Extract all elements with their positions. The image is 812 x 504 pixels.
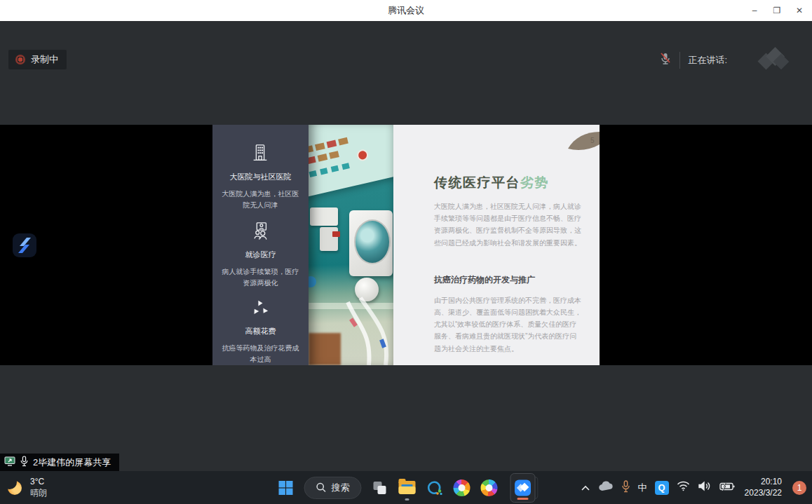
weather-widget[interactable]: 3°C 晴朗 <box>7 471 47 504</box>
slide-heading-accent: 劣势 <box>520 175 549 190</box>
tray-chevron-up-icon[interactable] <box>581 482 590 494</box>
app-window: 腾讯会议 – ❐ ✕ 录制中 正在讲话: <box>0 0 812 504</box>
speaking-area: 正在讲话: <box>659 43 794 77</box>
photo-detail <box>309 276 316 287</box>
windows-logo-icon <box>278 480 294 496</box>
slide-sidebar: 大医院与社区医院 大医院人满为患，社区医院无人问津 <box>212 125 309 365</box>
qq-button[interactable] <box>426 477 444 498</box>
window-title: 腾讯会议 <box>388 4 424 17</box>
screen-share-banner[interactable]: 2毕建伟的屏幕共享 <box>0 454 119 471</box>
recycle-icon <box>250 299 270 326</box>
clock-time: 20:10 <box>761 477 782 488</box>
crescent-moon-icon <box>7 479 24 496</box>
browser-pinwheel-icon <box>454 479 471 496</box>
system-tray: 中 Q <box>581 471 806 504</box>
slide-paragraph-2: 由于国内公共医疗管理系统的不完善，医疗成本高、渠道少、覆盖面低等问题困扰着大众民… <box>434 294 581 355</box>
speaker-avatar <box>752 44 794 76</box>
minimize-button[interactable]: – <box>743 0 766 21</box>
search-label: 搜索 <box>332 482 350 494</box>
speaking-label: 正在讲话: <box>688 54 727 67</box>
photo-detail <box>320 227 338 251</box>
photo-detail <box>332 231 340 237</box>
running-indicator <box>405 498 410 500</box>
title-bar: 腾讯会议 – ❐ ✕ <box>0 0 812 22</box>
tray-microphone-icon[interactable] <box>621 480 630 496</box>
muted-mic-icon <box>659 52 672 69</box>
slide-subheading: 抗癌治疗药物的开发与推广 <box>434 274 581 286</box>
divider <box>679 52 680 69</box>
clock-date: 2023/3/22 <box>745 488 782 499</box>
window-controls: – ❐ ✕ <box>743 0 811 21</box>
photo-tubes <box>309 281 393 365</box>
telehealth-icon <box>250 221 271 250</box>
weather-temperature: 3°C <box>30 477 47 488</box>
slide-heading: 传统医疗平台劣势 <box>434 174 581 192</box>
slide-content-panel: 5 传统医疗平台劣势 大医院人满为患，社区医院无人问津，病人就诊手续繁琐等等问题… <box>393 125 600 365</box>
sidebar-item-treatment: 就诊医疗 病人就诊手续繁琐，医疗资源两极化 <box>212 221 309 288</box>
photo-detail <box>355 278 379 301</box>
page-number-leaf: 5 <box>567 131 600 151</box>
notification-badge[interactable]: 1 <box>792 481 806 495</box>
sidebar-item-title: 大医院与社区医院 <box>229 172 291 182</box>
photo-detail <box>310 207 338 226</box>
sidebar-item-title: 就诊医疗 <box>245 250 276 260</box>
taskbar-center: 搜索 <box>277 471 536 504</box>
meeting-top-bar: 录制中 正在讲话: <box>0 21 812 125</box>
task-view-button[interactable] <box>371 477 389 498</box>
hospital-building-icon <box>250 143 271 172</box>
battery-charging-icon[interactable] <box>718 482 735 494</box>
wifi-icon[interactable] <box>677 481 690 494</box>
sidebar-item-hospitals: 大医院与社区医院 大医院人满为患，社区医院无人问津 <box>212 143 309 210</box>
recording-indicator[interactable]: 录制中 <box>8 50 67 69</box>
close-button[interactable]: ✕ <box>788 0 811 21</box>
file-explorer-button[interactable] <box>398 477 417 498</box>
recording-label: 录制中 <box>31 53 58 66</box>
page-number: 5 <box>590 137 595 144</box>
presentation-slide: 大医院与社区医院 大医院人满为患，社区医院无人问津 <box>212 125 600 365</box>
sidebar-item-desc: 大医院人满为患，社区医院无人问津 <box>222 189 299 210</box>
taskbar-search[interactable]: 搜索 <box>304 477 362 499</box>
ime-indicator[interactable]: 中 <box>638 482 647 494</box>
sidebar-item-desc: 抗癌等药物及治疗花费成本过高 <box>222 343 299 365</box>
search-icon <box>316 482 327 493</box>
browser-button-1[interactable] <box>453 477 471 498</box>
record-dot-icon <box>15 55 25 64</box>
browser-pinwheel-icon <box>478 476 501 500</box>
photo-detail <box>309 333 341 365</box>
photo-gauge <box>349 210 393 276</box>
share-mic-icon <box>20 456 29 469</box>
floating-app-icon[interactable] <box>12 233 37 258</box>
weather-condition: 晴朗 <box>30 488 47 499</box>
folder-icon <box>399 481 416 494</box>
taskbar: 3°C 晴朗 搜索 <box>0 471 812 504</box>
screen-share-monitor-icon <box>4 456 15 468</box>
shared-screen-region: 大医院与社区医院 大医院人满为患，社区医院无人问津 <box>0 125 812 365</box>
meeting-mountains-icon <box>515 479 532 496</box>
task-view-icon <box>374 482 386 494</box>
qq-icon <box>426 479 443 496</box>
restore-button[interactable]: ❐ <box>766 0 788 21</box>
sidebar-item-cost: 高额花费 抗癌等药物及治疗花费成本过高 <box>212 299 309 365</box>
sidebar-item-desc: 病人就诊手续繁琐，医疗资源两极化 <box>222 266 299 288</box>
onedrive-cloud-icon[interactable] <box>598 481 614 494</box>
browser-button-2[interactable] <box>480 477 499 498</box>
start-button[interactable] <box>277 477 295 498</box>
tencent-meeting-button[interactable] <box>510 473 536 503</box>
q-input-icon[interactable]: Q <box>655 481 669 495</box>
volume-icon[interactable] <box>698 481 710 494</box>
active-app-indicator <box>517 498 529 500</box>
photo-detail <box>336 125 393 174</box>
photo-detail <box>309 303 393 309</box>
sidebar-item-title: 高额花费 <box>245 326 276 336</box>
taskbar-clock[interactable]: 20:10 2023/3/22 <box>745 477 782 498</box>
slide-paragraph-1: 大医院人满为患，社区医院无人问津，病人就诊手续繁琐等等问题都是由于医疗信息不畅、… <box>434 200 581 249</box>
bottom-band: 2毕建伟的屏幕共享 <box>0 365 812 471</box>
photo-detail <box>309 125 393 197</box>
share-banner-label: 2毕建伟的屏幕共享 <box>33 456 111 469</box>
medical-equipment-photo <box>309 125 393 365</box>
